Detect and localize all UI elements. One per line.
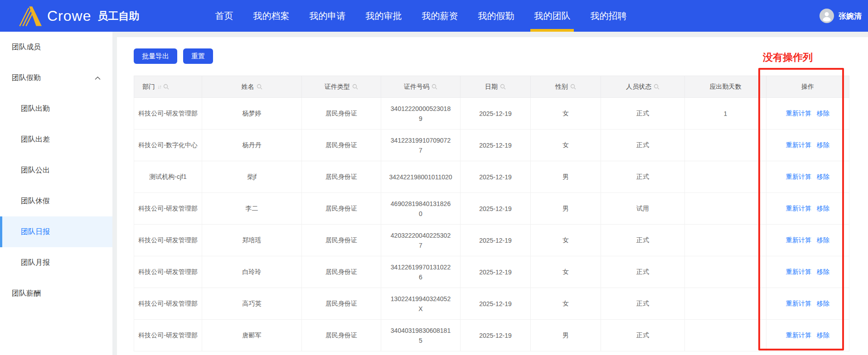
search-icon[interactable] (163, 84, 169, 90)
recalculate-link[interactable]: 重新计算 (786, 236, 811, 244)
id-number: 420322200402253027 (389, 230, 452, 250)
user-box[interactable]: 张婉清 (820, 9, 862, 23)
cell-days (685, 130, 766, 161)
sidebar-item-0[interactable]: 团队成员 (0, 32, 112, 62)
column-header-7: 应出勤天数 (685, 76, 766, 98)
column-label: 人员状态 (626, 83, 651, 90)
nav-item-6-active[interactable]: 我的团队 (533, 0, 571, 32)
cell-status: 正式 (601, 161, 685, 193)
table-row: 科技公司-研发管理部郑培瑶居民身份证4203222004022530272025… (134, 225, 849, 256)
remove-link[interactable]: 移除 (817, 173, 829, 180)
sidebar-item-label: 团队出差 (21, 135, 50, 143)
column-label: 应出勤天数 (710, 83, 742, 90)
top-nav: 首页我的档案我的申请我的审批我的薪资我的假勤我的团队我的招聘 (214, 0, 627, 32)
cell-actions: 重新计算移除 (766, 256, 849, 288)
sort-icon[interactable]: ↓↑ (157, 84, 161, 90)
column-header-6: 人员状态 (601, 76, 685, 98)
remove-link[interactable]: 移除 (817, 268, 829, 275)
column-label: 证件类型 (325, 83, 350, 90)
column-header-0: 部门↓↑ (134, 76, 202, 98)
toolbar: 批量导出 重置 (134, 48, 868, 64)
remove-link[interactable]: 移除 (817, 205, 829, 212)
nav-item-7[interactable]: 我的招聘 (589, 0, 627, 32)
cell-actions: 重新计算移除 (766, 193, 849, 225)
cell-id_no: 340122200005230189 (381, 98, 461, 130)
column-header-1: 姓名 (202, 76, 302, 98)
column-label: 姓名 (242, 83, 254, 90)
top-header: Crowe 员工自助 首页我的档案我的申请我的审批我的薪资我的假勤我的团队我的招… (0, 0, 868, 32)
remove-link[interactable]: 移除 (817, 236, 829, 244)
user-avatar-icon (820, 9, 834, 23)
table-row: 科技公司-研发管理部高巧英居民身份证13022419940324052X2025… (134, 288, 849, 320)
recalculate-link[interactable]: 重新计算 (786, 268, 811, 275)
sidebar-item-2[interactable]: 团队出勤 (0, 93, 112, 124)
recalculate-link[interactable]: 重新计算 (786, 110, 811, 117)
cell-days: 1 (685, 98, 766, 130)
remove-link[interactable]: 移除 (817, 141, 829, 149)
cell-date: 2025-12-19 (461, 256, 531, 288)
column-label: 操作 (801, 83, 814, 90)
cell-gender: 男 (531, 161, 601, 193)
cell-dept: 科技公司-研发管理部 (134, 98, 202, 130)
cell-status: 正式 (601, 256, 685, 288)
recalculate-link[interactable]: 重新计算 (786, 205, 811, 212)
table-row: 科技公司-研发管理部李二居民身份证4690281984013182602025-… (134, 193, 849, 225)
table-row: 科技公司-研发管理部白玲玲居民身份证3412261997013102262025… (134, 256, 849, 288)
sidebar-item-5[interactable]: 团队休假 (0, 186, 112, 216)
reset-button[interactable]: 重置 (183, 48, 213, 64)
cell-gender: 女 (531, 225, 601, 256)
cell-id_type: 居民身份证 (302, 98, 381, 130)
nav-item-1[interactable]: 我的档案 (252, 0, 290, 32)
search-icon[interactable] (500, 84, 506, 90)
recalculate-link[interactable]: 重新计算 (786, 300, 811, 307)
recalculate-link[interactable]: 重新计算 (786, 173, 811, 180)
nav-item-3[interactable]: 我的审批 (364, 0, 402, 32)
sidebar-item-1[interactable]: 团队假勤 (0, 62, 112, 93)
cell-gender: 男 (531, 193, 601, 225)
cell-actions: 重新计算移除 (766, 288, 849, 320)
cell-actions: 重新计算移除 (766, 320, 849, 351)
column-label: 部门 (142, 83, 155, 90)
sidebar-item-label: 团队休假 (21, 197, 50, 205)
id-number: 342422198001011020 (389, 172, 452, 182)
cell-dept: 科技公司-研发管理部 (134, 256, 202, 288)
cell-id_type: 居民身份证 (302, 288, 381, 320)
remove-link[interactable]: 移除 (817, 110, 829, 117)
batch-export-button[interactable]: 批量导出 (134, 48, 177, 64)
chevron-up-icon[interactable] (95, 76, 101, 80)
column-label: 日期 (485, 83, 498, 90)
search-icon[interactable] (352, 84, 358, 90)
search-icon[interactable] (654, 84, 659, 90)
cell-gender: 女 (531, 98, 601, 130)
brand: Crowe 员工自助 (18, 5, 139, 26)
team-daily-report-table: 部门↓↑姓名证件类型证件号码日期性别人员状态应出勤天数操作 科技公司-研发管理部… (134, 76, 849, 351)
sidebar-item-7[interactable]: 团队月报 (0, 247, 112, 278)
nav-item-5[interactable]: 我的假勤 (477, 0, 515, 32)
remove-link[interactable]: 移除 (817, 331, 829, 339)
cell-dept: 科技公司-数字化中心 (134, 130, 202, 161)
recalculate-link[interactable]: 重新计算 (786, 141, 811, 149)
search-icon[interactable] (432, 84, 437, 90)
cell-actions: 重新计算移除 (766, 161, 849, 193)
cell-id_type: 居民身份证 (302, 193, 381, 225)
nav-item-4[interactable]: 我的薪资 (421, 0, 459, 32)
search-icon[interactable] (570, 84, 576, 90)
sidebar-item-4[interactable]: 团队公出 (0, 155, 112, 186)
sidebar-item-8[interactable]: 团队薪酬 (0, 278, 112, 309)
recalculate-link[interactable]: 重新计算 (786, 331, 811, 339)
remove-link[interactable]: 移除 (817, 300, 829, 307)
sidebar-item-label: 团队日报 (21, 228, 50, 235)
nav-item-2[interactable]: 我的申请 (308, 0, 346, 32)
sidebar-item-3[interactable]: 团队出差 (0, 124, 112, 155)
cell-id_type: 居民身份证 (302, 256, 381, 288)
page-shell: 团队成员团队假勤团队出勤团队出差团队公出团队休假团队日报团队月报团队薪酬 批量导… (0, 32, 868, 355)
search-icon[interactable] (257, 84, 262, 90)
cell-status: 正式 (601, 130, 685, 161)
column-header-4: 日期 (461, 76, 531, 98)
column-label: 证件号码 (404, 83, 429, 90)
nav-item-0[interactable]: 首页 (214, 0, 234, 32)
cell-dept: 科技公司-研发管理部 (134, 193, 202, 225)
cell-days (685, 225, 766, 256)
id-number: 340403198306081815 (389, 326, 452, 345)
sidebar-item-6-active[interactable]: 团队日报 (0, 216, 112, 247)
